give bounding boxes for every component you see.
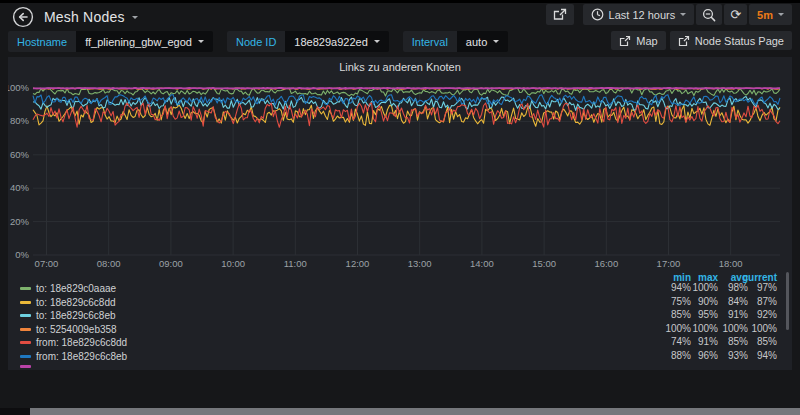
legend-series-name: from: 18e829c6c8dd — [36, 337, 127, 348]
chevron-down-icon — [132, 16, 138, 19]
x-axis-tick: 16:00 — [594, 258, 618, 269]
chevron-down-icon — [778, 13, 784, 16]
refresh-interval-button[interactable]: 5m — [749, 4, 792, 25]
variable-node-id: Node ID18e829a922ed — [227, 31, 389, 52]
chevron-down-icon — [198, 40, 204, 43]
navbar-actions: Last 12 hours ⟳ 5m — [546, 4, 792, 25]
variable-value: 18e829a922ed — [294, 36, 367, 48]
legend-swatch-icon — [20, 287, 31, 290]
variable-value-dropdown[interactable]: ff_pliening_gbw_egod — [76, 31, 213, 52]
legend-value-current: 92% — [729, 309, 777, 320]
y-axis-tick: 100% — [8, 82, 30, 93]
legend-value-current: 97% — [729, 282, 777, 293]
chevron-down-icon — [493, 40, 499, 43]
zoom-out-button[interactable] — [696, 4, 722, 25]
x-axis-tick: 10:00 — [221, 258, 245, 269]
y-axis-tick: 40% — [10, 182, 30, 193]
external-link-icon — [619, 35, 631, 47]
chevron-down-icon — [374, 40, 380, 43]
y-axis-tick: 60% — [10, 149, 30, 160]
template-variables: Hostnameff_pliening_gbw_egodNode ID18e82… — [8, 31, 508, 53]
link-label: Map — [636, 35, 657, 47]
legend-item[interactable] — [20, 365, 31, 368]
link-button-map[interactable]: Map — [611, 31, 665, 50]
legend-swatch-icon — [20, 355, 31, 358]
link-label: Node Status Page — [695, 35, 784, 47]
legend-scrollbar[interactable] — [786, 272, 789, 330]
legend-value-current: 85% — [729, 336, 777, 347]
x-axis-tick: 15:00 — [532, 258, 556, 269]
legend-value-current: 100% — [729, 323, 777, 334]
legend-swatch-icon — [20, 341, 31, 344]
x-axis-tick: 12:00 — [346, 258, 370, 269]
time-range-label: Last 12 hours — [609, 9, 676, 21]
y-axis-tick: 0% — [15, 249, 29, 260]
variable-label: Interval — [403, 31, 457, 52]
legend-item[interactable]: to: 5254009eb358 — [20, 324, 117, 335]
x-axis-tick: 07:00 — [35, 258, 59, 269]
legend-series-name: to: 18e829c0aaae — [36, 283, 116, 294]
variable-label: Node ID — [227, 31, 285, 52]
refresh-icon: ⟳ — [730, 8, 741, 21]
horizontal-scrollbar-track — [0, 408, 800, 415]
x-axis-tick: 17:00 — [657, 258, 681, 269]
x-axis-tick: 11:00 — [284, 258, 307, 269]
horizontal-scrollbar[interactable] — [30, 408, 800, 415]
legend-swatch-icon — [20, 314, 31, 317]
time-picker-group: Last 12 hours ⟳ 5m — [583, 4, 792, 25]
y-axis-tick: 20% — [10, 216, 30, 227]
variable-interval: Intervalauto — [403, 31, 509, 52]
refresh-interval-label: 5m — [757, 9, 773, 21]
chevron-down-icon — [680, 13, 686, 16]
legend-swatch-icon — [20, 365, 31, 368]
dashboard-submenu: Hostnameff_pliening_gbw_egodNode ID18e82… — [8, 31, 792, 53]
legend-series-name: to: 18e829c6c8dd — [36, 297, 116, 308]
dashboard-title-dropdown[interactable]: Mesh Nodes — [44, 9, 138, 25]
y-axis-tick: 80% — [10, 115, 30, 126]
x-axis-tick: 08:00 — [97, 258, 121, 269]
back-button[interactable] — [12, 6, 34, 28]
dashboard-links: MapNode Status Page — [611, 31, 792, 53]
external-link-icon — [678, 35, 690, 47]
share-button[interactable] — [546, 4, 574, 25]
x-axis-tick: 09:00 — [159, 258, 183, 269]
variable-value: auto — [466, 36, 487, 48]
legend-value-current: 87% — [729, 296, 777, 307]
time-range-button[interactable]: Last 12 hours — [583, 4, 695, 25]
x-axis-tick: 13:00 — [408, 258, 432, 269]
legend-swatch-icon — [20, 328, 31, 331]
legend-series-name: from: 18e829c6c8eb — [36, 351, 127, 362]
legend-swatch-icon — [20, 301, 31, 304]
variable-value: ff_pliening_gbw_egod — [85, 36, 192, 48]
legend-item[interactable]: from: 18e829c6c8dd — [20, 337, 127, 348]
x-axis-tick: 14:00 — [470, 258, 494, 269]
magnifier-icon — [702, 8, 716, 22]
variable-label: Hostname — [8, 31, 76, 52]
series-line — [33, 95, 780, 106]
legend-item[interactable]: to: 18e829c6c8dd — [20, 297, 116, 308]
clock-icon — [591, 8, 604, 21]
variable-value-dropdown[interactable]: 18e829a922ed — [285, 31, 388, 52]
navbar: Mesh Nodes Last 12 hours — [0, 3, 800, 30]
legend-series-name: to: 18e829c6c8eb — [36, 310, 116, 321]
legend-series-name: to: 5254009eb358 — [36, 324, 117, 335]
x-axis-tick: 18:00 — [719, 258, 743, 269]
share-icon — [553, 8, 567, 21]
graph-panel: Links zu anderen Knoten 0%20%40%60%80%10… — [8, 57, 792, 370]
legend-item[interactable]: to: 18e829c6c8eb — [20, 310, 116, 321]
legend-item[interactable]: to: 18e829c0aaae — [20, 283, 116, 294]
legend-value-current: 94% — [729, 350, 777, 361]
variable-hostname: Hostnameff_pliening_gbw_egod — [8, 31, 213, 52]
page-title: Mesh Nodes — [44, 9, 125, 25]
legend-item[interactable]: from: 18e829c6c8eb — [20, 351, 127, 362]
arrow-left-icon — [12, 6, 34, 28]
link-button-node-status-page[interactable]: Node Status Page — [670, 31, 792, 50]
refresh-button[interactable]: ⟳ — [724, 4, 747, 25]
variable-value-dropdown[interactable]: auto — [457, 31, 508, 52]
